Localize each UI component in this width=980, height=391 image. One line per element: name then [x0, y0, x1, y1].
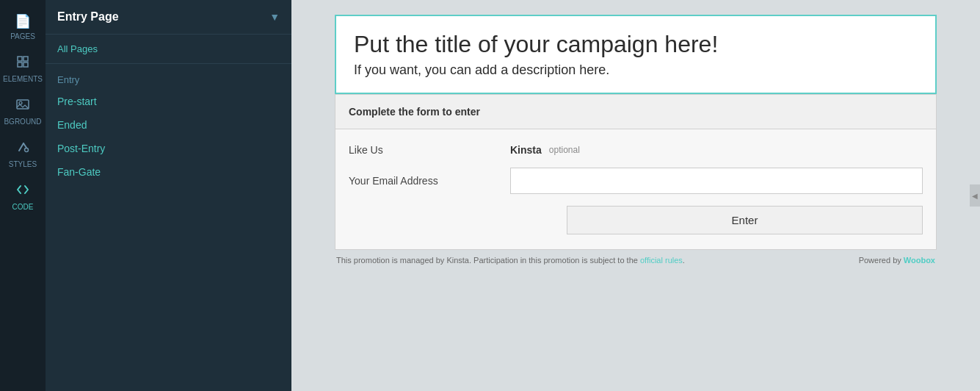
enter-button[interactable]: Enter	[567, 206, 923, 234]
svg-rect-0	[18, 57, 22, 61]
main-content: Put the title of your campaign here! If …	[291, 0, 980, 391]
sidebar-item-pages[interactable]: 📄 PAGES	[0, 6, 46, 48]
woobox-brand: Woobox	[904, 256, 935, 265]
sidebar-all-pages[interactable]: All Pages	[46, 35, 291, 64]
icon-bar: 📄 PAGES ELEMENTS BGROUND	[0, 0, 46, 391]
form-body: Like Us Kinsta optional Your Email Addre…	[335, 129, 936, 249]
pages-label: PAGES	[10, 32, 35, 40]
background-icon	[16, 98, 29, 115]
powered-by-text: Powered by	[859, 256, 904, 265]
form-header: Complete the form to enter	[335, 95, 936, 129]
sidebar-item-styles[interactable]: STYLES	[0, 133, 46, 176]
form-value-kinsta: Kinsta	[510, 144, 542, 156]
sidebar-nav-pre-start[interactable]: Pre-start	[46, 90, 291, 113]
campaign-description: If you want, you can add a description h…	[354, 62, 918, 78]
svg-rect-2	[18, 62, 22, 67]
pages-icon: 📄	[15, 13, 31, 29]
email-input[interactable]	[510, 168, 923, 194]
svg-point-8	[25, 148, 29, 152]
sidebar-title: Entry Page	[57, 10, 119, 24]
svg-line-7	[23, 143, 26, 148]
elements-label: ELEMENTS	[3, 75, 43, 83]
sidebar-header: Entry Page ▼	[46, 0, 291, 35]
sidebar-nav-ended[interactable]: Ended	[46, 113, 291, 137]
form-area: Complete the form to enter Like Us Kinst…	[335, 94, 937, 250]
form-row-like-us: Like Us Kinsta optional	[349, 144, 923, 156]
footer: This promotion is managed by Kinsta. Par…	[335, 256, 937, 265]
code-icon	[16, 183, 29, 200]
form-optional-badge: optional	[549, 145, 580, 155]
code-label: CODE	[12, 203, 34, 211]
collapse-handle[interactable]: ◀	[970, 184, 980, 207]
sidebar-item-code[interactable]: CODE	[0, 176, 46, 218]
svg-line-6	[19, 143, 23, 151]
form-row-email: Your Email Address	[349, 168, 923, 194]
elements-icon	[16, 55, 29, 72]
form-label-like-us: Like Us	[349, 144, 510, 156]
official-rules-link[interactable]: official rules	[640, 256, 683, 265]
form-submit-row: Enter	[349, 206, 923, 234]
background-label: BGROUND	[4, 118, 41, 126]
sidebar-item-background[interactable]: BGROUND	[0, 90, 46, 133]
styles-icon	[16, 140, 29, 157]
form-field-group-like-us: Kinsta optional	[510, 144, 923, 156]
styles-label: STYLES	[9, 160, 37, 168]
campaign-title-box: Put the title of your campaign here! If …	[335, 15, 937, 94]
svg-point-5	[19, 101, 22, 104]
sidebar-nav-post-entry[interactable]: Post-Entry	[46, 137, 291, 160]
footer-left-text: This promotion is managed by Kinsta. Par…	[336, 256, 640, 265]
preview-container: Put the title of your campaign here! If …	[335, 15, 937, 265]
chevron-down-icon[interactable]: ▼	[269, 11, 280, 23]
footer-suffix: .	[683, 256, 685, 265]
sidebar-section-label: Entry	[46, 64, 291, 90]
footer-right: Powered by Woobox	[859, 256, 935, 265]
sidebar: Entry Page ▼ All Pages Entry Pre-start E…	[46, 0, 291, 391]
sidebar-nav-fan-gate[interactable]: Fan-Gate	[46, 160, 291, 184]
svg-rect-3	[23, 62, 28, 67]
campaign-title: Put the title of your campaign here!	[354, 31, 918, 58]
sidebar-item-elements[interactable]: ELEMENTS	[0, 48, 46, 90]
form-label-email: Your Email Address	[349, 175, 510, 187]
footer-left: This promotion is managed by Kinsta. Par…	[336, 256, 685, 265]
form-header-text: Complete the form to enter	[349, 106, 480, 118]
svg-rect-1	[23, 57, 28, 61]
